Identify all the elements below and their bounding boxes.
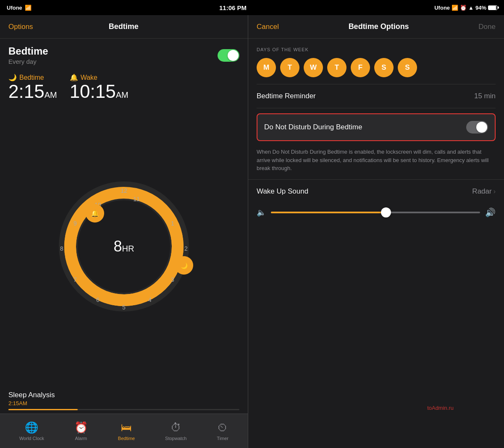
tab-stopwatch[interactable]: ⏱ Stopwatch — [159, 419, 192, 443]
wake-time-display: 10:15AM — [70, 81, 129, 102]
wakeup-sound-current: Radar — [472, 187, 491, 196]
bed-icon: 🛏 — [121, 421, 132, 434]
alarm-status-icon: ⏰ — [460, 5, 467, 11]
slider-fill — [271, 212, 386, 213]
reminder-value: 15 min — [474, 92, 496, 100]
tab-bar: 🌐 World Clock ⏰ Alarm 🛏 Bedtime ⏱ Stopwa… — [0, 414, 248, 448]
svg-text:5: 5 — [122, 304, 126, 311]
wake-time-item: 🔔 Wake 10:15AM — [70, 73, 129, 102]
sleep-bar — [8, 409, 239, 410]
right-nav-title: Bedtime Options — [349, 22, 409, 31]
cancel-button[interactable]: Cancel — [257, 23, 279, 31]
days-section: DAYS OF THE WEEK M T W T F S S — [248, 39, 504, 84]
dnd-label: Do Not Disturb During Bedtime — [264, 123, 362, 131]
tab-timer[interactable]: ⏲ Timer — [211, 419, 234, 443]
battery-percent: 94% — [475, 5, 486, 11]
volume-high-icon: 🔊 — [485, 207, 496, 217]
wakeup-sound-row[interactable]: Wake Up Sound Radar › — [248, 179, 504, 203]
watermark: toAdmin.ru — [427, 405, 454, 411]
svg-text:🌙: 🌙 — [181, 262, 188, 270]
bedtime-main-label: Bedtime — [8, 45, 48, 57]
tab-alarm[interactable]: ⏰ Alarm — [68, 419, 94, 443]
tab-world-clock-label: World Clock — [19, 436, 44, 441]
clock-svg: 12 1 2 3 4 5 6 7 8 9 10 11 🔔 — [52, 175, 195, 318]
svg-text:4: 4 — [148, 296, 152, 303]
svg-text:6: 6 — [96, 296, 100, 303]
reminder-label: Bedtime Reminder — [257, 92, 316, 100]
toggle-knob — [228, 50, 239, 61]
svg-text:2: 2 — [184, 245, 188, 252]
bedtime-time-display: 2:15AM — [8, 81, 57, 102]
tab-alarm-label: Alarm — [75, 436, 87, 441]
wakeup-sound-value: Radar › — [472, 187, 496, 196]
bedtime-label: Bedtime — [19, 74, 44, 81]
moon-icon: 🌙 — [8, 73, 17, 81]
timer-icon: ⏲ — [217, 421, 228, 434]
bedtime-toggle[interactable] — [218, 49, 239, 62]
done-button[interactable]: Done — [478, 23, 496, 31]
day-monday[interactable]: M — [257, 58, 276, 77]
volume-low-icon: 🔈 — [257, 208, 266, 217]
time-row: 🌙 Bedtime 2:15AM 🔔 Wake 10:15AM — [0, 70, 248, 107]
day-saturday[interactable]: S — [374, 58, 394, 77]
wifi-icon-right: 📶 — [452, 5, 458, 11]
tab-stopwatch-label: Stopwatch — [165, 436, 186, 441]
svg-text:1: 1 — [171, 220, 174, 227]
svg-text:11: 11 — [133, 196, 140, 202]
tab-world-clock[interactable]: 🌐 World Clock — [13, 419, 50, 443]
wake-label: Wake — [81, 74, 97, 81]
carrier-left: Ufone — [7, 5, 22, 11]
location-icon: ▲ — [468, 5, 474, 11]
nav-bar-right: Cancel Bedtime Options Done — [248, 15, 504, 39]
svg-text:8: 8 — [60, 245, 63, 252]
globe-icon: 🌐 — [25, 421, 38, 434]
left-nav-title: Bedtime — [109, 22, 139, 31]
svg-text:12: 12 — [121, 187, 127, 194]
wakeup-sound-label: Wake Up Sound — [257, 187, 308, 196]
svg-text:7: 7 — [74, 276, 77, 283]
nav-bar-left: Options Bedtime — [0, 15, 248, 39]
status-time: 11:06 PM — [219, 4, 247, 11]
clock-area: 12 1 2 3 4 5 6 7 8 9 10 11 🔔 — [0, 107, 248, 386]
bell-icon: 🔔 — [70, 73, 78, 81]
left-panel: Options Bedtime Bedtime Every day 🌙 Bedt… — [0, 15, 248, 448]
tab-bedtime[interactable]: 🛏 Bedtime — [112, 419, 141, 443]
svg-text:3: 3 — [171, 276, 174, 283]
clock-container: 12 1 2 3 4 5 6 7 8 9 10 11 🔔 — [52, 175, 195, 318]
status-bar: Ufone 📶 11:06 PM Ufone 📶 ⏰ ▲ 94% — [0, 0, 504, 15]
days-section-label: DAYS OF THE WEEK — [257, 47, 496, 52]
volume-row: 🔈 🔊 — [248, 203, 504, 226]
battery-icon — [488, 5, 497, 10]
days-row: M T W T F S S — [257, 58, 496, 77]
day-tuesday[interactable]: T — [280, 58, 299, 77]
dnd-toggle-knob — [476, 122, 487, 133]
sleep-analysis: Sleep Analysis 2:15AM — [0, 386, 248, 414]
svg-text:🔔: 🔔 — [91, 210, 99, 217]
dnd-row: Do Not Disturb During Bedtime — [257, 113, 496, 141]
tab-bedtime-label: Bedtime — [118, 436, 135, 441]
bedtime-sub-label: Every day — [8, 58, 48, 65]
bedtime-toggle-row: Bedtime Every day — [0, 39, 248, 70]
right-panel: Cancel Bedtime Options Done DAYS OF THE … — [248, 15, 504, 448]
day-wednesday[interactable]: W — [304, 58, 323, 77]
day-thursday[interactable]: T — [327, 58, 346, 77]
sleep-analysis-time: 2:15AM — [8, 400, 239, 406]
day-sunday[interactable]: S — [398, 58, 417, 77]
carrier-right: Ufone — [434, 5, 450, 11]
wifi-icon: 📶 — [25, 5, 32, 11]
svg-text:9: 9 — [74, 220, 77, 227]
chevron-right-icon: › — [494, 188, 496, 195]
options-button[interactable]: Options — [8, 23, 33, 31]
dnd-toggle[interactable] — [466, 121, 488, 134]
tab-timer-label: Timer — [217, 436, 228, 441]
stopwatch-icon: ⏱ — [171, 421, 181, 434]
dnd-description: When Do Not Disturb During Bedtime is en… — [248, 143, 504, 179]
reminder-row: Bedtime Reminder 15 min — [248, 84, 504, 108]
bedtime-time-item: 🌙 Bedtime 2:15AM — [8, 73, 57, 102]
alarm-icon: ⏰ — [74, 421, 88, 434]
volume-slider[interactable] — [271, 212, 480, 213]
slider-knob[interactable] — [381, 207, 391, 217]
day-friday[interactable]: F — [351, 58, 370, 77]
main-content: Options Bedtime Bedtime Every day 🌙 Bedt… — [0, 15, 504, 448]
sleep-bar-fill — [8, 409, 78, 410]
